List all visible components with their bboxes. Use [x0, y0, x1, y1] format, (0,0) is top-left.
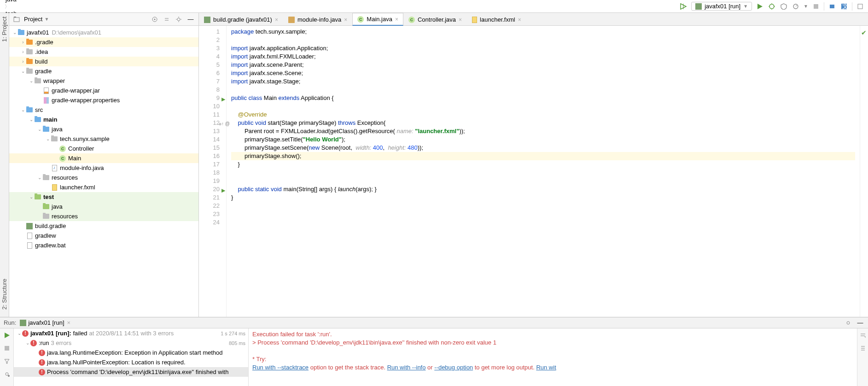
coverage-icon[interactable] — [780, 2, 788, 11]
inspection-ok-icon: ✔ — [861, 29, 867, 37]
tree-item[interactable]: build.gradle — [9, 221, 198, 231]
output-link[interactable]: Run with --stacktrace — [252, 364, 309, 371]
profile-icon[interactable] — [792, 2, 800, 11]
side-tab-structure[interactable]: 2: Structure — [0, 275, 9, 313]
editor-tab[interactable]: launcher.fxml× — [467, 13, 526, 25]
editor-tab[interactable]: CController.java× — [403, 13, 467, 25]
folder-icon — [42, 126, 50, 133]
error-icon: ! — [30, 340, 37, 346]
run-tree[interactable]: ⌄!javafx01 [run]: failed at 2020/8/11 14… — [14, 328, 249, 386]
file-icon fxml — [472, 17, 477, 23]
tree-item[interactable]: ⌄resources — [9, 173, 198, 182]
editor-tab[interactable]: build.gradle (javafx01)× — [199, 13, 283, 25]
tree-item[interactable]: gradlew — [9, 231, 198, 240]
override-icon[interactable]: ๏↑ @ — [219, 120, 230, 128]
soft-wrap-icon[interactable] — [859, 331, 867, 339]
error-icon: ! — [22, 330, 29, 337]
run-tree-row[interactable]: ⌄!:run 3 errors805 ms — [14, 338, 248, 348]
tree-item[interactable]: gradle-wrapper.jar — [9, 86, 198, 95]
tree-item[interactable]: ⌄javafx01D:\demos\javafx01 — [9, 28, 198, 37]
tree-item[interactable]: resources — [9, 211, 198, 221]
svg-rect-3 — [830, 5, 834, 8]
filter-icon[interactable] — [3, 357, 11, 365]
run-line-icon[interactable]: ▶ — [221, 186, 225, 194]
select-opened-icon[interactable] — [151, 15, 159, 23]
toggle-icon[interactable] — [3, 370, 11, 378]
tree-item[interactable]: ⌄java — [9, 124, 198, 134]
class-icon: C — [59, 155, 66, 162]
run-output[interactable]: Execution failed for task ':run'.> Proce… — [249, 328, 857, 386]
stop-icon[interactable] — [3, 344, 11, 352]
close-icon[interactable]: × — [67, 319, 71, 326]
tree-item[interactable]: gradlew.bat — [9, 240, 198, 250]
error-icon: ! — [39, 359, 45, 366]
tree-item[interactable]: module-info.java — [9, 163, 198, 173]
tree-item[interactable]: java — [9, 202, 198, 211]
output-link[interactable]: Run with --info — [387, 364, 426, 371]
close-icon[interactable]: × — [459, 17, 462, 23]
close-icon[interactable]: × — [518, 17, 521, 23]
editor-area: build.gradle (javafx01)×module-info.java… — [199, 13, 868, 317]
chevron-down-icon[interactable]: ▼ — [44, 17, 49, 22]
tree-item[interactable]: ⌄gradle — [9, 66, 198, 76]
close-icon[interactable]: × — [275, 17, 278, 23]
editor-tab[interactable]: CMain.java× — [352, 13, 403, 26]
tree-item[interactable]: ⌄tech.sunyx.sample — [9, 134, 198, 144]
run-tree-row[interactable]: !java.lang.RuntimeException: Exception i… — [14, 348, 248, 357]
error-icon: ! — [39, 369, 45, 375]
tree-item[interactable]: ⌄main — [9, 115, 198, 124]
tree-item[interactable]: ›.gradle — [9, 37, 198, 47]
svg-rect-8 — [14, 17, 16, 18]
tree-item[interactable]: ⌄wrapper — [9, 76, 198, 86]
run-output-controls — [857, 328, 868, 386]
tree-item[interactable]: gradle-wrapper.properties — [9, 95, 198, 105]
gradle-icon — [695, 3, 702, 10]
side-tab-project[interactable]: 1: Project — [0, 13, 9, 46]
output-link[interactable]: Run wit — [536, 364, 556, 371]
run-tool-window: Run: javafx01 [run] × — ⌄!javafx01 [run]… — [0, 317, 868, 386]
maximize-icon[interactable] — [856, 2, 864, 11]
folder-icon — [26, 68, 33, 75]
editor-body[interactable]: 123456789▶101112๏↑ @1314151617181920▶212… — [199, 26, 868, 317]
svg-rect-2 — [814, 4, 818, 9]
translate-icon[interactable]: 文 — [840, 2, 848, 11]
tree-item[interactable]: ⌄test — [9, 192, 198, 202]
tree-item[interactable]: CMain — [9, 153, 198, 163]
output-link[interactable]: --debug option — [434, 364, 473, 371]
folder-icon — [34, 116, 41, 123]
run-controls — [0, 328, 14, 386]
stop-icon[interactable] — [812, 2, 820, 11]
tree-item[interactable]: CController — [9, 144, 198, 153]
scroll-end-icon[interactable] — [859, 344, 867, 352]
run-line-icon[interactable]: ▶ — [221, 95, 225, 103]
minimize-icon[interactable]: — — [186, 15, 195, 23]
class-icon: C — [59, 145, 66, 152]
run-config-selector[interactable]: javafx01 [run] ▼ — [691, 2, 752, 11]
svg-point-15 — [8, 375, 10, 377]
run-tree-row[interactable]: !Process 'command 'D:\develop_env\jdk11\… — [14, 367, 248, 377]
tree-item[interactable]: ›build — [9, 57, 198, 66]
code-area[interactable]: package tech.sunyx.sample;import javafx.… — [227, 26, 860, 317]
rerun-icon[interactable] — [3, 331, 11, 339]
minimize-icon[interactable]: — — [856, 319, 864, 327]
close-icon[interactable]: × — [344, 17, 347, 23]
project-tree[interactable]: ⌄javafx01D:\demos\javafx01›.gradle›.idea… — [9, 26, 198, 317]
gutter: 123456789▶101112๏↑ @1314151617181920▶212… — [199, 26, 227, 317]
git-icon[interactable] — [828, 2, 836, 11]
folder-icon — [42, 174, 50, 181]
run-tree-row[interactable]: !java.lang.NullPointerException: Locatio… — [14, 357, 248, 367]
gear-icon[interactable] — [175, 15, 183, 23]
run-tree-row[interactable]: ⌄!javafx01 [run]: failed at 2020/8/11 14… — [14, 328, 248, 338]
close-icon[interactable]: × — [395, 16, 398, 23]
editor-tab[interactable]: module-info.java× — [283, 13, 352, 25]
debug-icon[interactable] — [768, 2, 776, 11]
tree-item[interactable]: ›.idea — [9, 47, 198, 57]
tree-item[interactable]: launcher.fxml — [9, 182, 198, 192]
folder-icon — [26, 39, 33, 46]
collapse-icon[interactable] — [163, 15, 171, 23]
run-icon[interactable] — [756, 2, 764, 11]
tree-item[interactable]: ⌄src — [9, 105, 198, 115]
gear-icon[interactable] — [844, 319, 852, 327]
breadcrumb-item[interactable]: java — [4, 0, 29, 3]
build-icon[interactable] — [679, 2, 687, 11]
